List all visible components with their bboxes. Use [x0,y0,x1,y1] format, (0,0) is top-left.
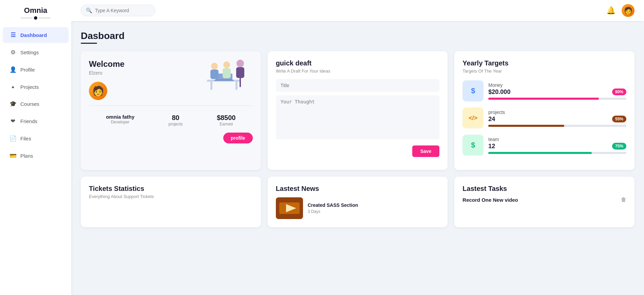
svg-rect-6 [210,70,219,79]
team-progress-fill [488,152,592,154]
money-icon: $ [471,86,475,95]
sidebar-item-settings[interactable]: ⚙ Settings [3,44,69,60]
profile-btn-row: profile [89,133,253,143]
svg-rect-11 [223,68,231,78]
news-thumbnail [276,197,303,219]
sidebar-item-label: Dashboard [20,32,47,38]
team-badge: 75% [612,143,626,150]
avatar[interactable]: 🧑 [622,4,634,17]
stat-name: omnia fathy Developer [106,114,134,126]
yearly-title: Yearly Targets [462,59,626,67]
svg-rect-4 [214,80,233,81]
sidebar-item-label: Settings [20,50,39,55]
news-item: Created SASS Section 3 Days [276,197,440,219]
sidebar-item-label: Plans [20,153,33,159]
logo-text: Omnia [7,6,64,15]
svg-point-5 [211,63,218,70]
tickets-card: Tickets Statistics Everything About Supp… [81,177,261,227]
courses-icon: 🎓 [10,100,16,107]
friends-icon: ❤ [10,118,16,125]
svg-point-7 [236,60,244,67]
team-icon-box: $ [462,135,484,156]
sidebar-item-label: Profile [20,67,35,73]
files-icon: 📄 [10,135,16,142]
news-info: Created SASS Section 3 Days [308,202,440,214]
page-title: Dasboard [81,31,634,41]
search-icon: 🔍 [86,7,92,14]
team-info: team 12 75% [488,137,626,154]
task-name: Record One New video [462,197,518,203]
projects-badge: 55% [612,116,626,122]
sidebar-item-projects[interactable]: ⬥ Projects [3,79,69,95]
yearly-targets-card: Yearly Targets Targets Of The Year $ Mon… [454,51,634,170]
money-info: Money $20.000 80% [488,82,626,100]
task-item: Record One New video 🗑 [462,197,626,203]
sidebar-item-dashboard[interactable]: ☰ Dashboard [3,27,69,43]
svg-point-10 [223,61,230,68]
sidebar-item-courses[interactable]: 🎓 Courses [3,96,69,112]
sidebar-nav: ☰ Dashboard ⚙ Settings 👤 Profile ⬥ Proje… [0,23,71,295]
news-card: Lastest News Created SASS Section 3 Days [268,177,448,227]
save-btn-row: Save [276,145,440,157]
tasks-title: Lastest Tasks [462,185,626,193]
news-item-title: Created SASS Section [308,202,440,208]
projects-icon-box: </> [462,107,484,129]
target-team: $ team 12 75% [462,135,626,156]
team-icon: $ [471,141,475,150]
team-progress-bar [488,152,626,154]
main-area: 🔍 🔔 🧑 Dasboard [71,0,644,295]
draft-title: guick deaft [276,59,440,67]
save-button[interactable]: Save [412,145,440,157]
bell-icon[interactable]: 🔔 [606,6,615,15]
welcome-card: Welcome Elzero 🧑 omnia fathy Developer 8… [81,51,261,170]
news-days: 3 Days [308,209,440,214]
welcome-divider [89,105,253,106]
welcome-stats: omnia fathy Developer 80 projects $8500 … [89,111,253,126]
stat-earned: $8500 Earned [217,114,236,126]
projects-icon: ⬥ [10,83,16,90]
draft-title-input[interactable] [276,79,440,92]
money-progress-fill [488,98,599,100]
sidebar-item-label: Friends [20,118,37,124]
yearly-subtitle: Targets Of The Year [462,68,626,74]
welcome-avatar: 🧑 [89,82,107,100]
search-input[interactable] [95,8,149,13]
draft-subtitle: Write A Draft For Your Ideas [276,68,440,74]
sidebar-item-friends[interactable]: ❤ Friends [3,113,69,129]
plans-icon: 💳 [10,152,16,159]
money-progress-bar [488,98,626,100]
target-projects: </> projects 24 55% [462,107,626,129]
header: 🔍 🔔 🧑 [71,0,644,21]
content-area: Dasboard [71,21,644,295]
projects-progress-fill [488,125,564,127]
search-box[interactable]: 🔍 [81,5,155,16]
stat-projects: 80 projects [169,114,183,126]
money-badge: 80% [612,88,626,95]
tasks-card: Lastest Tasks Record One New video 🗑 [454,177,634,227]
projects-progress-bar [488,125,626,127]
sidebar-item-label: Projects [20,84,39,90]
header-right: 🔔 🧑 [606,4,634,17]
code-icon: </> [469,115,477,122]
sidebar-item-plans[interactable]: 💳 Plans [3,148,69,164]
news-title: Lastest News [276,185,440,193]
sidebar-item-label: Files [20,136,31,141]
title-underline [81,43,97,44]
money-icon-box: $ [462,80,484,101]
settings-icon: ⚙ [10,49,16,56]
bottom-grid-row: Tickets Statistics Everything About Supp… [81,177,634,227]
svg-rect-1 [210,82,212,90]
sidebar: Omnia ☰ Dashboard ⚙ Settings 👤 Profile ⬥… [0,0,71,295]
top-grid-row: Welcome Elzero 🧑 omnia fathy Developer 8… [81,51,634,170]
profile-button[interactable]: profile [223,133,253,143]
sidebar-logo: Omnia [0,0,71,23]
draft-thought-textarea[interactable] [276,95,440,139]
svg-rect-2 [235,82,238,90]
tickets-title: Tickets Statistics [89,185,253,193]
sidebar-item-files[interactable]: 📄 Files [3,131,69,146]
sidebar-item-profile[interactable]: 👤 Profile [3,62,69,78]
trash-icon[interactable]: 🗑 [621,197,626,203]
tickets-subtitle: Everything About Support Tickets [89,194,253,199]
people-illustration [197,56,256,95]
sidebar-item-label: Courses [20,101,39,107]
